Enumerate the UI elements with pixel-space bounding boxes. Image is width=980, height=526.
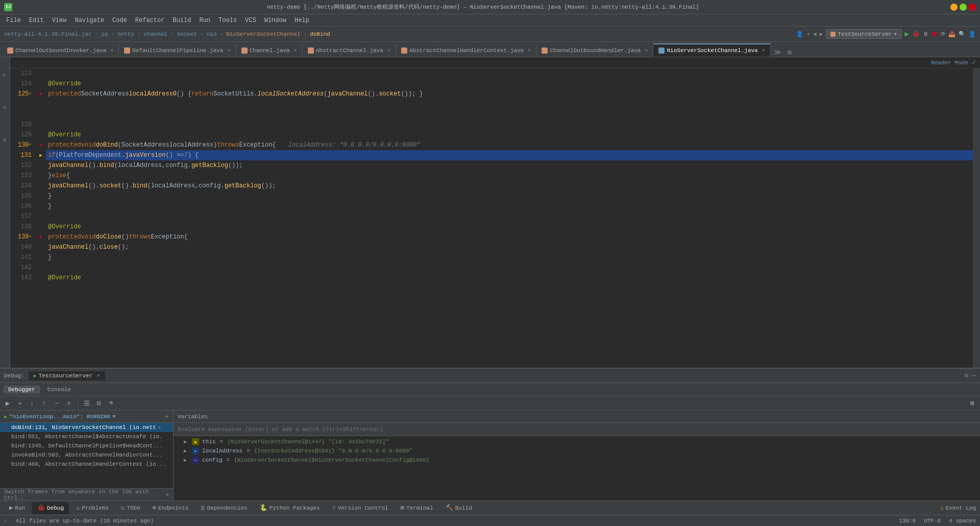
debug-minimize-button[interactable]: — [972,372,976,379]
debug-session-close[interactable]: × [96,373,100,379]
tab-close[interactable]: × [110,48,113,54]
bottom-tab-endpoints[interactable]: ⊕ Endpoints [148,502,194,514]
tab-close[interactable]: × [227,48,230,54]
debug-session-tab[interactable]: ▶ TestSourceServer × [29,371,105,380]
nav-class[interactable]: NioServerSocketChannel [226,31,300,37]
layout-button[interactable]: ⊡ [93,398,105,409]
frame-item-4[interactable]: bind:488, AbstractChannelHandlerContext … [0,460,173,469]
resume-button[interactable]: ▶ [2,398,13,409]
menu-refactor[interactable]: Refactor [131,16,169,25]
status-position: 130:6 [899,518,916,524]
tab-close[interactable]: × [294,48,297,54]
tab-options[interactable]: ⚙ [785,48,795,57]
menu-vcs[interactable]: VCS [241,16,260,25]
nav-io[interactable]: io [101,31,108,37]
run-config-button[interactable]: TestSourceServer ▾ [826,29,901,39]
tab-close[interactable]: × [762,48,765,54]
bottom-tab-build[interactable]: 🔨 Build [440,502,477,514]
tab-close[interactable]: × [528,48,531,54]
gutter-130[interactable]: ● [36,140,46,150]
tab-defaultchannel[interactable]: DefaultChannelPipeline.java × [119,43,236,57]
var-expand-this[interactable]: ▶ [184,439,190,445]
bottom-tab-python-packages[interactable]: 🐍 Python Packages [255,502,325,514]
step-over-button[interactable]: ↷ [14,398,26,409]
gutter-139[interactable]: ● [36,232,46,242]
frames-add-button[interactable]: + [165,413,169,421]
menu-build[interactable]: Build [168,16,195,25]
tab-channel[interactable]: Channel.java × [236,43,303,57]
var-expand-config[interactable]: ▶ [184,457,190,463]
var-item-config[interactable]: ▶ ∞ config = {NioServerSocketChannel$Nio… [174,456,980,465]
maximize-button[interactable] [960,4,967,11]
nav-method[interactable]: doBind [310,31,330,37]
evaluate-button[interactable]: ⚡ [63,398,75,409]
tab-outboundhandler[interactable]: ChannelOutboundHandler.java × [536,43,653,57]
frame-item-0[interactable]: ● doBind:131, NioServerSocketChannel (io… [0,423,173,432]
line-num-125: 125 ⚡ [14,89,32,99]
copy-button[interactable]: ⊞ [967,398,978,409]
nav-socket[interactable]: socket [177,31,198,37]
menu-navigate[interactable]: Navigate [70,16,108,25]
settings-button[interactable]: ≡ [106,398,117,409]
tab-close[interactable]: × [387,48,390,54]
tab-abstracthandler[interactable]: AbstractChannelHandlerContext.java × [396,43,536,57]
minimize-button[interactable] [950,4,958,11]
expression-input[interactable] [174,423,980,436]
bottom-tab-dependencies[interactable]: ⧖ Dependencies [195,502,252,514]
bottom-tab-debug[interactable]: 🐞 Debug [32,502,69,514]
bottom-tab-run[interactable]: ▶ Run [4,502,30,514]
bottom-tab-problems[interactable]: ⚠ Problems [71,502,114,514]
menu-view[interactable]: View [48,16,71,25]
tab-abstractchannel[interactable]: AbstractChannel.java × [303,43,396,57]
var-expand-localaddress[interactable]: ▶ [184,448,190,454]
menu-tools[interactable]: Tools [214,16,241,25]
nav-channel[interactable]: channel [144,31,167,37]
gutter-123 [36,68,46,79]
debug-settings-button[interactable]: ⚙ [965,372,968,379]
right-scrollbar[interactable] [973,68,980,368]
sidebar-structure-icon[interactable]: S [1,92,9,123]
frame-item-3[interactable]: invokeBind:503, AbstractChannelHandlerCo… [0,450,173,460]
close-button[interactable] [969,4,976,11]
bottom-tab-todo[interactable]: ☑ TODO [116,502,145,514]
run-config-name: TestSourceServer [838,31,892,37]
tab-console[interactable]: Console [42,386,76,394]
line-num-130: 130 ⚡ [14,140,32,150]
frame-item-2[interactable]: bind:1345, DefaultChannelPipeline$HeadCo… [0,441,173,450]
stop-button[interactable]: ⏹ [932,30,938,38]
bottom-tab-terminal[interactable]: ⊞ Terminal [396,502,438,514]
run-button[interactable]: ▶ [905,30,909,38]
step-out-button[interactable]: ↑ [39,398,50,409]
switch-frames-close[interactable]: × [165,492,169,498]
sidebar-project-icon[interactable]: P [1,59,9,90]
sidebar-bookmarks-icon[interactable]: B [1,125,9,155]
tab-overflow[interactable]: ≫ [771,48,785,57]
debug-button[interactable]: 🐞 [912,30,920,38]
tab-nioserver[interactable]: NioServerSocketChannel.java × [653,43,770,57]
step-into-button[interactable]: ↓ [27,398,38,409]
reader-mode-button[interactable]: Reader Mode [931,60,968,66]
frame-item-1[interactable]: bind:551, AbstractChannel$AbstractUnsafe… [0,432,173,441]
menu-code[interactable]: Code [108,16,131,25]
frame-dropdown-0[interactable]: ▾ [158,424,161,431]
menu-edit[interactable]: Edit [25,16,48,25]
bottom-tab-version-control[interactable]: ⑂ Version Control [327,502,394,514]
nav-jar[interactable]: netty-all-4.1.39.Final.jar [4,31,92,37]
tab-close[interactable]: × [645,48,648,54]
nav-netty[interactable]: netty [117,31,134,37]
menu-window[interactable]: Window [260,16,290,25]
gutter-125[interactable]: ● [36,89,46,99]
frames-button[interactable]: ☰ [81,398,92,409]
menu-help[interactable]: Help [290,16,313,25]
tab-channeloubound[interactable]: ChannelOutboundInvoker.java × [2,43,119,57]
nav-nio[interactable]: nio [207,31,217,37]
thread-filter-icon[interactable]: ▼ [112,414,116,420]
event-log-button[interactable]: ⚠ Event Log [940,505,976,511]
menu-run[interactable]: Run [195,16,214,25]
menu-file[interactable]: File [2,16,25,25]
var-name-config: config [202,457,223,463]
var-item-localaddress[interactable]: ▶ ● localAddress = {InetSocketAddress@18… [174,446,980,456]
var-item-this[interactable]: ▶ ◉ this = {NioServerSocketChannel@1447}… [174,437,980,446]
tab-debugger[interactable]: Debugger [3,386,40,394]
run-to-cursor-button[interactable]: → [51,398,62,409]
